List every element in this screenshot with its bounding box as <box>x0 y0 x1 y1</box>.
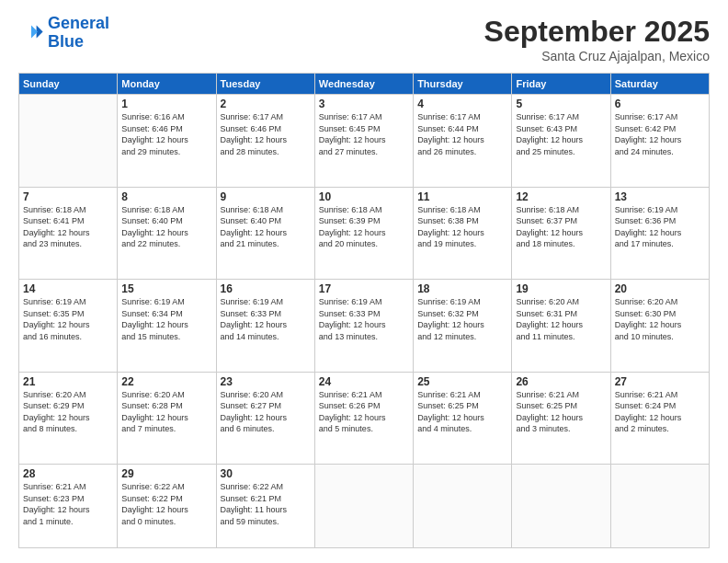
calendar-cell: 13Sunrise: 6:19 AM Sunset: 6:36 PM Dayli… <box>610 187 709 280</box>
calendar-cell: 20Sunrise: 6:20 AM Sunset: 6:30 PM Dayli… <box>610 280 709 373</box>
weekday-header-wednesday: Wednesday <box>314 74 413 95</box>
calendar-cell: 14Sunrise: 6:19 AM Sunset: 6:35 PM Dayli… <box>19 280 118 373</box>
page: General Blue September 2025 Santa Cruz A… <box>0 0 728 563</box>
calendar-cell: 15Sunrise: 6:19 AM Sunset: 6:34 PM Dayli… <box>118 280 216 373</box>
day-number: 22 <box>121 375 211 388</box>
day-number: 19 <box>516 282 606 295</box>
month-title: September 2025 <box>484 15 710 49</box>
cell-info: Sunrise: 6:22 AM Sunset: 6:21 PM Dayligh… <box>221 481 311 527</box>
calendar-cell: 9Sunrise: 6:18 AM Sunset: 6:40 PM Daylig… <box>216 187 314 280</box>
calendar-cell: 29Sunrise: 6:22 AM Sunset: 6:22 PM Dayli… <box>118 465 216 548</box>
calendar-cell: 16Sunrise: 6:19 AM Sunset: 6:33 PM Dayli… <box>216 280 314 373</box>
calendar-cell: 28Sunrise: 6:21 AM Sunset: 6:23 PM Dayli… <box>19 465 118 548</box>
weekday-header-saturday: Saturday <box>610 74 709 95</box>
day-number: 21 <box>23 375 113 388</box>
calendar-cell: 7Sunrise: 6:18 AM Sunset: 6:41 PM Daylig… <box>19 187 118 280</box>
cell-info: Sunrise: 6:17 AM Sunset: 6:46 PM Dayligh… <box>221 111 311 157</box>
cell-info: Sunrise: 6:21 AM Sunset: 6:25 PM Dayligh… <box>516 389 606 435</box>
day-number: 3 <box>319 98 409 110</box>
calendar-cell: 25Sunrise: 6:21 AM Sunset: 6:25 PM Dayli… <box>414 372 512 465</box>
location: Santa Cruz Ajajalpan, Mexico <box>484 49 710 63</box>
cell-info: Sunrise: 6:18 AM Sunset: 6:40 PM Dayligh… <box>121 204 211 250</box>
day-number: 24 <box>319 375 409 388</box>
calendar-cell <box>610 465 709 548</box>
weekday-header-sunday: Sunday <box>19 74 118 95</box>
cell-info: Sunrise: 6:19 AM Sunset: 6:33 PM Dayligh… <box>319 296 409 342</box>
logo: General Blue <box>18 15 109 52</box>
week-row-2: 14Sunrise: 6:19 AM Sunset: 6:35 PM Dayli… <box>19 280 710 373</box>
cell-info: Sunrise: 6:20 AM Sunset: 6:28 PM Dayligh… <box>121 389 211 435</box>
calendar-cell: 4Sunrise: 6:17 AM Sunset: 6:44 PM Daylig… <box>414 95 512 188</box>
cell-info: Sunrise: 6:20 AM Sunset: 6:27 PM Dayligh… <box>221 389 311 435</box>
week-row-0: 1Sunrise: 6:16 AM Sunset: 6:46 PM Daylig… <box>19 95 710 188</box>
calendar-cell: 21Sunrise: 6:20 AM Sunset: 6:29 PM Dayli… <box>19 372 118 465</box>
logo-text: General Blue <box>48 15 109 52</box>
cell-info: Sunrise: 6:19 AM Sunset: 6:32 PM Dayligh… <box>417 296 507 342</box>
day-number: 5 <box>516 98 606 110</box>
week-row-3: 21Sunrise: 6:20 AM Sunset: 6:29 PM Dayli… <box>19 372 710 465</box>
day-number: 30 <box>221 467 311 480</box>
day-number: 6 <box>615 98 705 110</box>
weekday-header-monday: Monday <box>118 74 216 95</box>
cell-info: Sunrise: 6:18 AM Sunset: 6:41 PM Dayligh… <box>23 204 113 250</box>
calendar-cell <box>19 95 118 188</box>
day-number: 12 <box>516 190 606 203</box>
calendar-cell: 1Sunrise: 6:16 AM Sunset: 6:46 PM Daylig… <box>118 95 216 188</box>
cell-info: Sunrise: 6:18 AM Sunset: 6:38 PM Dayligh… <box>417 204 507 250</box>
cell-info: Sunrise: 6:16 AM Sunset: 6:46 PM Dayligh… <box>121 111 211 157</box>
day-number: 7 <box>23 190 113 203</box>
calendar-cell: 30Sunrise: 6:22 AM Sunset: 6:21 PM Dayli… <box>216 465 314 548</box>
header: General Blue September 2025 Santa Cruz A… <box>18 15 710 63</box>
day-number: 2 <box>221 98 311 110</box>
cell-info: Sunrise: 6:21 AM Sunset: 6:24 PM Dayligh… <box>615 389 705 435</box>
calendar-table: SundayMondayTuesdayWednesdayThursdayFrid… <box>18 73 710 548</box>
cell-info: Sunrise: 6:17 AM Sunset: 6:45 PM Dayligh… <box>319 111 409 157</box>
cell-info: Sunrise: 6:21 AM Sunset: 6:26 PM Dayligh… <box>319 389 409 435</box>
cell-info: Sunrise: 6:19 AM Sunset: 6:35 PM Dayligh… <box>23 296 113 342</box>
day-number: 25 <box>417 375 507 388</box>
calendar-cell: 26Sunrise: 6:21 AM Sunset: 6:25 PM Dayli… <box>512 372 610 465</box>
weekday-header-thursday: Thursday <box>414 74 512 95</box>
day-number: 15 <box>121 282 211 295</box>
day-number: 27 <box>615 375 705 388</box>
day-number: 28 <box>23 467 113 480</box>
cell-info: Sunrise: 6:20 AM Sunset: 6:30 PM Dayligh… <box>615 296 705 342</box>
day-number: 10 <box>319 190 409 203</box>
calendar-cell: 11Sunrise: 6:18 AM Sunset: 6:38 PM Dayli… <box>414 187 512 280</box>
calendar-cell: 17Sunrise: 6:19 AM Sunset: 6:33 PM Dayli… <box>314 280 413 373</box>
day-number: 13 <box>615 190 705 203</box>
day-number: 26 <box>516 375 606 388</box>
cell-info: Sunrise: 6:20 AM Sunset: 6:29 PM Dayligh… <box>23 389 113 435</box>
calendar-cell: 3Sunrise: 6:17 AM Sunset: 6:45 PM Daylig… <box>314 95 413 188</box>
calendar-cell: 12Sunrise: 6:18 AM Sunset: 6:37 PM Dayli… <box>512 187 610 280</box>
cell-info: Sunrise: 6:18 AM Sunset: 6:40 PM Dayligh… <box>221 204 311 250</box>
day-number: 16 <box>221 282 311 295</box>
calendar-cell: 8Sunrise: 6:18 AM Sunset: 6:40 PM Daylig… <box>118 187 216 280</box>
day-number: 9 <box>221 190 311 203</box>
day-number: 29 <box>121 467 211 480</box>
weekday-header-friday: Friday <box>512 74 610 95</box>
weekday-header-tuesday: Tuesday <box>216 74 314 95</box>
day-number: 4 <box>417 98 507 110</box>
calendar-cell <box>512 465 610 548</box>
cell-info: Sunrise: 6:18 AM Sunset: 6:39 PM Dayligh… <box>319 204 409 250</box>
week-row-1: 7Sunrise: 6:18 AM Sunset: 6:41 PM Daylig… <box>19 187 710 280</box>
cell-info: Sunrise: 6:21 AM Sunset: 6:25 PM Dayligh… <box>417 389 507 435</box>
day-number: 17 <box>319 282 409 295</box>
calendar-cell: 18Sunrise: 6:19 AM Sunset: 6:32 PM Dayli… <box>414 280 512 373</box>
week-row-4: 28Sunrise: 6:21 AM Sunset: 6:23 PM Dayli… <box>19 465 710 548</box>
day-number: 20 <box>615 282 705 295</box>
calendar-cell: 2Sunrise: 6:17 AM Sunset: 6:46 PM Daylig… <box>216 95 314 188</box>
day-number: 1 <box>121 98 211 110</box>
day-number: 14 <box>23 282 113 295</box>
cell-info: Sunrise: 6:20 AM Sunset: 6:31 PM Dayligh… <box>516 296 606 342</box>
calendar-cell: 22Sunrise: 6:20 AM Sunset: 6:28 PM Dayli… <box>118 372 216 465</box>
day-number: 11 <box>417 190 507 203</box>
cell-info: Sunrise: 6:18 AM Sunset: 6:37 PM Dayligh… <box>516 204 606 250</box>
calendar-cell: 19Sunrise: 6:20 AM Sunset: 6:31 PM Dayli… <box>512 280 610 373</box>
logo-icon <box>18 20 44 46</box>
cell-info: Sunrise: 6:17 AM Sunset: 6:43 PM Dayligh… <box>516 111 606 157</box>
calendar-cell <box>314 465 413 548</box>
title-block: September 2025 Santa Cruz Ajajalpan, Mex… <box>484 15 710 63</box>
cell-info: Sunrise: 6:22 AM Sunset: 6:22 PM Dayligh… <box>121 481 211 527</box>
